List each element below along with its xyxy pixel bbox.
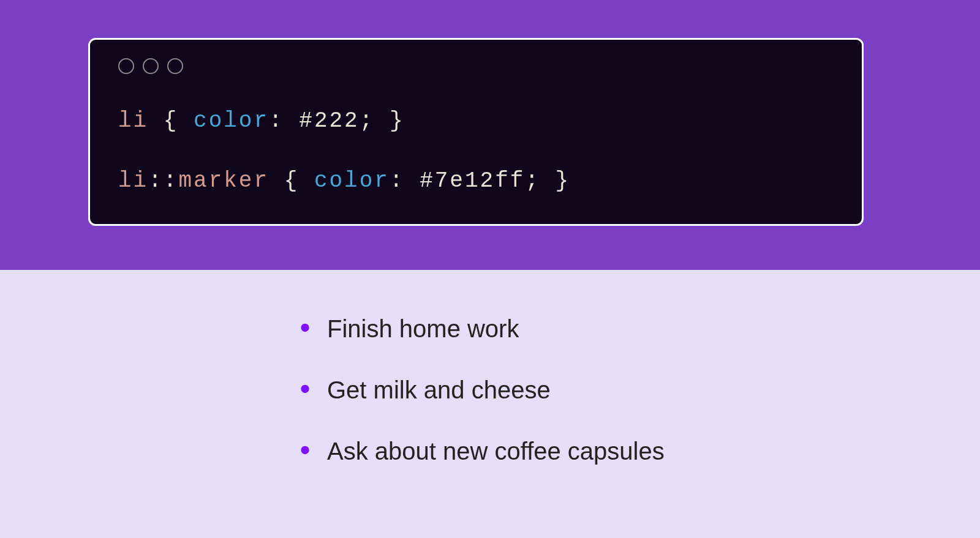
code-brace: } bbox=[390, 108, 405, 133]
code-semicolon: ; bbox=[360, 108, 375, 133]
code-semicolon: ; bbox=[525, 168, 540, 193]
code-example-section: li { color: #222; } li::marker { color: … bbox=[0, 0, 980, 270]
code-window: li { color: #222; } li::marker { color: … bbox=[88, 38, 864, 226]
code-property: color bbox=[314, 168, 390, 193]
code-pseudo: marker bbox=[178, 168, 269, 193]
code-colon: : bbox=[269, 108, 284, 133]
todo-list: Finish home work Get milk and cheese Ask… bbox=[300, 313, 980, 467]
code-value: #222 bbox=[299, 108, 359, 133]
code-brace: } bbox=[556, 168, 571, 193]
code-brace: { bbox=[164, 108, 179, 133]
rendered-output-section: Finish home work Get milk and cheese Ask… bbox=[0, 270, 980, 538]
code-pseudo-colons: :: bbox=[148, 168, 178, 193]
code-line-2: li::marker { color: #7e12ff; } bbox=[118, 163, 834, 199]
code-line-1: li { color: #222; } bbox=[118, 103, 834, 139]
window-controls bbox=[118, 58, 834, 74]
window-control-circle bbox=[167, 58, 183, 74]
code-brace: { bbox=[284, 168, 300, 193]
code-value: #7e12ff bbox=[420, 168, 525, 193]
window-control-circle bbox=[118, 58, 134, 74]
code-property: color bbox=[194, 108, 269, 133]
code-selector: li bbox=[118, 108, 148, 133]
list-item: Finish home work bbox=[300, 313, 980, 345]
code-selector: li bbox=[118, 168, 148, 193]
list-item: Ask about new coffee capsules bbox=[300, 435, 980, 467]
window-control-circle bbox=[143, 58, 159, 74]
list-item: Get milk and cheese bbox=[300, 374, 980, 406]
code-colon: : bbox=[390, 168, 405, 193]
